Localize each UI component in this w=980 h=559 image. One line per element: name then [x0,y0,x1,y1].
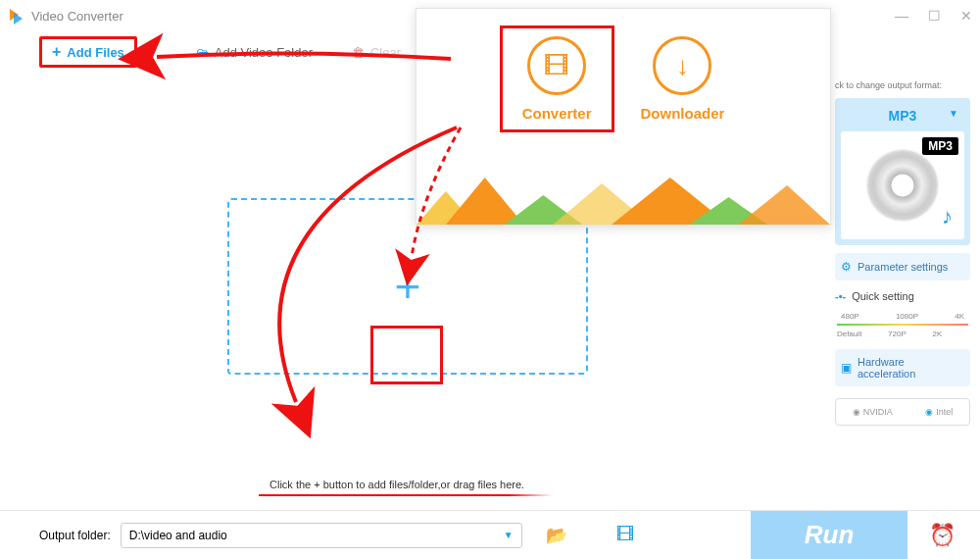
plus-icon: + [52,43,61,61]
output-folder-label: Output folder: [39,529,111,542]
annotation-box [370,326,443,384]
add-plus-icon[interactable]: + [395,260,421,313]
param-label: Parameter settings [858,261,948,273]
downloader-label: Downloader [641,105,725,122]
bottom-bar: Output folder: D:\video and audio ▼ 📂 🎞 … [0,510,980,559]
minimize-button[interactable]: — [895,8,908,24]
trash-icon: 🗑 [352,45,365,60]
format-label: MP3 [889,108,917,124]
quick-setting[interactable]: -•- Quick setting [835,288,970,304]
open-folder-button[interactable]: 📂 [546,525,567,546]
drop-hint: Click the + button to add files/folder,o… [270,479,524,490]
nvidia-badge: ◉ NVIDIA [853,407,893,417]
chevron-down-icon: ▼ [949,108,958,119]
format-preview: MP3 ♪ [841,131,964,239]
chip-icon: ▣ [841,361,852,375]
quality-slider[interactable]: 480P 1080P 4K Default 720P 2K [835,314,970,341]
format-badge: MP3 [922,137,958,155]
sidebar: ck to change output format: MP3 ▼ MP3 ♪ … [825,73,980,510]
gpu-indicators: ◉ NVIDIA ◉ Intel [835,398,970,426]
annotation-underline [259,494,553,496]
clear-button[interactable]: 🗑 Clear [352,45,401,60]
format-note: ck to change output format: [835,80,970,90]
dropdown-icon[interactable]: ▼ [147,47,157,58]
download-icon: ↓ [653,36,711,95]
run-button[interactable]: Run [751,511,907,560]
schedule-button[interactable]: ⏰ [917,511,966,560]
app-logo-icon [8,7,25,25]
add-files-label: Add Files [67,45,124,60]
decorative-triangles [416,178,830,225]
clear-label: Clear [370,45,401,60]
svg-marker-1 [446,178,524,225]
mode-popup: 🎞 Converter ↓ Downloader [416,8,831,226]
add-files-button[interactable]: + Add Files [39,36,137,68]
quick-label: Quick setting [852,290,914,302]
output-folder-input[interactable]: D:\video and audio ▼ [121,523,522,548]
sliders-icon: ⚙ [841,260,852,274]
hardware-acceleration-button[interactable]: ▣ Hardware acceleration [835,349,970,386]
film-icon: 🎞 [527,36,586,95]
converter-label: Converter [522,105,592,122]
toggle-icon: -•- [835,290,846,302]
output-format-selector[interactable]: MP3 ▼ MP3 ♪ [835,98,970,245]
svg-marker-6 [738,185,830,225]
converter-card[interactable]: 🎞 Converter [503,28,612,129]
add-video-folder-button[interactable]: 🗁 Add Video Folder [196,45,313,60]
add-folder-label: Add Video Folder [215,45,313,60]
intel-badge: ◉ Intel [925,407,953,417]
hw-label: Hardware acceleration [858,356,964,380]
merge-button[interactable]: 🎞 [616,525,634,545]
close-button[interactable]: ✕ [960,8,972,24]
output-path: D:\video and audio [129,529,227,542]
downloader-card[interactable]: ↓ Downloader [641,36,725,122]
maximize-button[interactable]: ☐ [928,8,941,24]
chevron-down-icon: ▼ [504,530,514,540]
parameter-settings-button[interactable]: ⚙ Parameter settings [835,253,970,280]
folder-icon: 🗁 [196,45,209,60]
music-note-icon: ♪ [942,204,953,229]
disc-icon [868,151,937,220]
window-title: Video Converter [31,9,123,24]
